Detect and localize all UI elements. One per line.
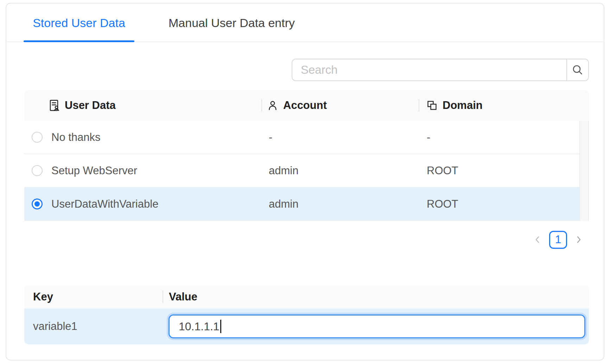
row-radio-button[interactable] — [32, 165, 43, 176]
next-page-button[interactable] — [573, 229, 584, 250]
column-header-value: Value — [169, 285, 197, 308]
value-input[interactable]: 10.1.1.1 — [169, 314, 585, 338]
key-value-row: variable1 10.1.1.1 — [24, 308, 589, 344]
row-radio-button[interactable] — [32, 132, 43, 143]
header-divider — [419, 99, 419, 112]
row-radio-button-checked[interactable] — [32, 199, 43, 209]
table-row[interactable]: Setup WebServer admin ROOT — [24, 154, 589, 188]
header-divider — [163, 291, 163, 303]
domain-cell: ROOT — [427, 154, 458, 187]
table-row[interactable]: No thanks - - — [24, 121, 589, 154]
user-data-cell: UserDataWithVariable — [51, 188, 158, 220]
column-header-domain: Domain — [426, 90, 483, 121]
table-header: User Data Account — [24, 90, 589, 121]
variable-key-label: variable1 — [33, 308, 77, 344]
account-cell: admin — [269, 154, 298, 187]
page-number-button[interactable]: 1 — [549, 231, 567, 249]
user-data-table: User Data Account — [24, 90, 589, 221]
key-value-table: Key Value variable1 10.1.1.1 — [24, 285, 589, 344]
user-document-icon — [49, 99, 60, 111]
search-box — [292, 59, 589, 81]
stored-user-data-panel: Stored User Data Manual User Data entry — [6, 3, 604, 360]
domain-cell: ROOT — [427, 188, 458, 220]
value-input-text: 10.1.1.1 — [179, 320, 220, 333]
column-header-account: Account — [267, 90, 327, 121]
user-data-cell: Setup WebServer — [51, 154, 137, 187]
text-cursor — [220, 320, 221, 333]
domain-cell: - — [427, 121, 430, 154]
table-row-selected[interactable]: UserDataWithVariable admin ROOT — [24, 188, 589, 221]
overlapping-squares-icon — [426, 100, 438, 111]
column-label: Account — [283, 99, 327, 112]
header-divider — [261, 99, 262, 112]
user-data-cell: No thanks — [51, 121, 101, 154]
tab-stored-user-data[interactable]: Stored User Data — [24, 4, 134, 42]
previous-page-button[interactable] — [532, 229, 543, 250]
person-icon — [267, 100, 278, 111]
account-cell: - — [269, 121, 272, 154]
chevron-left-icon — [533, 235, 542, 245]
column-label: Domain — [443, 99, 483, 112]
column-header-user-data: User Data — [49, 90, 116, 121]
column-label: User Data — [65, 99, 116, 112]
search-input[interactable] — [292, 59, 566, 80]
search-icon — [571, 64, 584, 76]
key-value-header: Key Value — [24, 285, 589, 308]
account-cell: admin — [269, 188, 298, 220]
tab-bar: Stored User Data Manual User Data entry — [6, 4, 604, 42]
pagination: 1 — [532, 229, 584, 250]
table-scrollbar[interactable] — [579, 121, 589, 221]
chevron-right-icon — [574, 235, 584, 245]
search-button[interactable] — [566, 59, 588, 80]
column-header-key: Key — [33, 285, 53, 308]
tab-manual-user-data-entry[interactable]: Manual User Data entry — [169, 4, 295, 42]
active-tab-indicator — [24, 40, 134, 42]
